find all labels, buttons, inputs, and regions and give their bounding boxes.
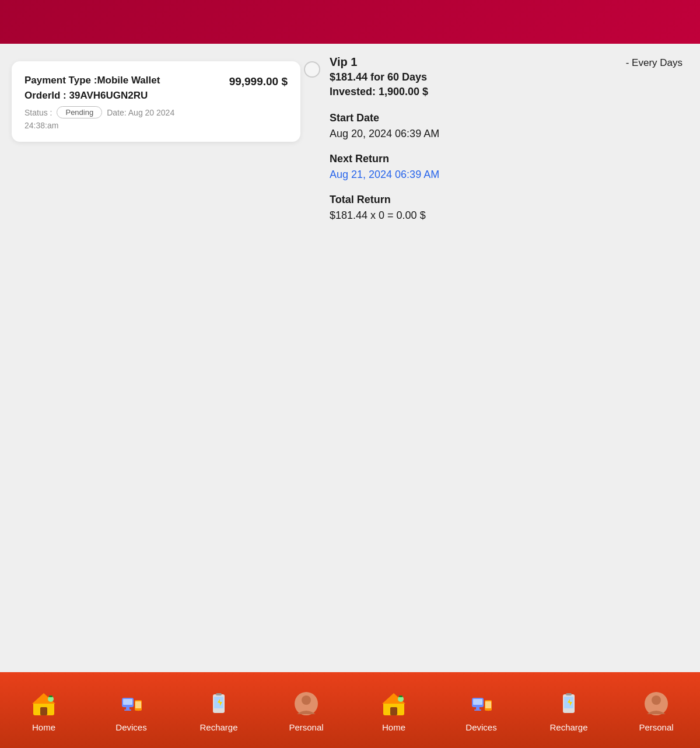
date-label: Date: Aug 20 2024 <box>107 108 174 117</box>
nav-item-home-right[interactable]: Home <box>350 672 438 748</box>
nav-label-personal-right: Personal <box>639 722 673 732</box>
nav-label-home-right: Home <box>382 722 405 732</box>
status-row: Status : Pending Date: Aug 20 2024 <box>24 106 218 118</box>
start-date-label: Start Date <box>330 112 682 124</box>
invested-line: Invested: 1,900.00 $ <box>330 86 682 98</box>
total-return-label: Total Return <box>330 194 682 206</box>
recharge-icon-right <box>554 688 584 719</box>
nav-right: Home Devices <box>350 672 700 748</box>
svg-rect-21 <box>399 695 402 697</box>
nav-item-recharge-left[interactable]: Recharge <box>175 672 262 748</box>
payment-amount: 99,999.00 $ <box>229 73 288 88</box>
svg-rect-24 <box>476 707 480 709</box>
radio-circle[interactable] <box>304 61 320 78</box>
svg-rect-19 <box>390 707 397 715</box>
nav-label-devices-right: Devices <box>466 722 496 732</box>
svg-point-16 <box>302 695 311 705</box>
top-header <box>0 0 700 44</box>
nav-label-recharge-right: Recharge <box>550 722 587 732</box>
nav-item-devices-left[interactable]: Devices <box>88 672 175 748</box>
nav-item-home-left[interactable]: Home <box>0 672 88 748</box>
svg-rect-10 <box>135 701 141 708</box>
nav-left: Home Devices <box>0 672 350 748</box>
devices-icon-right <box>466 688 496 719</box>
nav-item-personal-right[interactable]: Personal <box>612 672 700 748</box>
recharge-icon-left <box>204 688 234 719</box>
vip-header-row: Vip 1 - Every Days <box>330 55 682 69</box>
next-return-label: Next Return <box>330 153 682 165</box>
home-icon-right <box>379 688 409 719</box>
svg-rect-4 <box>49 695 52 697</box>
time-label: 24:38:am <box>24 121 218 130</box>
left-panel: Payment Type :Mobile Wallet OrderId : 39… <box>0 44 312 672</box>
svg-point-11 <box>138 709 139 711</box>
right-panel: Vip 1 - Every Days $181.44 for 60 Days I… <box>312 44 700 672</box>
status-prefix: Status : <box>24 108 52 117</box>
svg-rect-6 <box>123 699 132 705</box>
personal-icon-left <box>291 688 321 719</box>
svg-rect-14 <box>216 693 222 695</box>
svg-rect-31 <box>566 693 572 695</box>
next-return-value: Aug 21, 2024 06:39 AM <box>330 169 682 181</box>
nav-label-personal-left: Personal <box>289 722 323 732</box>
svg-rect-25 <box>474 709 481 711</box>
status-badge: Pending <box>57 106 102 118</box>
payment-type-label: Payment Type :Mobile Wallet <box>24 73 218 88</box>
personal-icon-right <box>641 688 671 719</box>
main-content: Payment Type :Mobile Wallet OrderId : 39… <box>0 44 700 672</box>
svg-point-33 <box>652 695 661 705</box>
nav-item-recharge-right[interactable]: Recharge <box>525 672 612 748</box>
start-date-value: Aug 20, 2024 06:39 AM <box>330 128 682 140</box>
svg-rect-8 <box>124 709 131 711</box>
svg-rect-7 <box>126 707 130 709</box>
devices-icon-left <box>116 688 146 719</box>
nav-label-devices-left: Devices <box>116 722 146 732</box>
nav-label-home-left: Home <box>32 722 55 732</box>
home-icon <box>29 688 59 719</box>
svg-point-28 <box>488 709 489 711</box>
total-return-value: $181.44 x 0 = 0.00 $ <box>330 209 682 222</box>
vip-title: Vip 1 <box>330 55 357 69</box>
nav-item-personal-left[interactable]: Personal <box>262 672 350 748</box>
order-id-label: OrderId : 39AVH6UGN2RU <box>24 88 218 103</box>
svg-rect-27 <box>485 701 491 708</box>
svg-rect-23 <box>473 699 482 705</box>
nav-item-devices-right[interactable]: Devices <box>438 672 525 748</box>
nav-label-recharge-left: Recharge <box>200 722 237 732</box>
vip-price: $181.44 for 60 Days <box>330 71 682 83</box>
svg-rect-2 <box>40 707 47 715</box>
payment-card-left: Payment Type :Mobile Wallet OrderId : 39… <box>24 73 218 130</box>
bottom-nav: Home Devices <box>0 672 700 748</box>
payment-card: Payment Type :Mobile Wallet OrderId : 39… <box>12 61 300 142</box>
every-days: - Every Days <box>626 57 682 69</box>
